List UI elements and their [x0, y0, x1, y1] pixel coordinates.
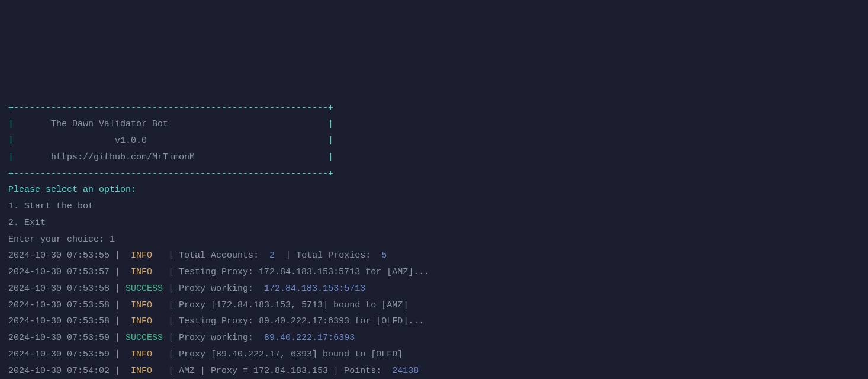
- pipe-icon: |: [163, 366, 179, 376]
- banner-border-left: |: [8, 136, 115, 146]
- pipe-icon: |: [163, 316, 179, 326]
- pipe-icon: |: [110, 349, 126, 359]
- pipe-icon: |: [163, 349, 179, 359]
- log-level: INFO: [126, 316, 163, 326]
- banner-border-right: |: [147, 136, 333, 146]
- pipe-icon: |: [163, 250, 179, 261]
- log-line: 2024-10-30 07:53:59 | INFO | Proxy [89.4…: [8, 346, 868, 363]
- pipe-icon: |: [110, 284, 126, 294]
- log-line: 2024-10-30 07:53:55 | INFO | Total Accou…: [8, 248, 868, 264]
- log-timestamp: 2024-10-30 07:53:58: [8, 284, 110, 294]
- log-level: SUCCESS: [126, 284, 163, 294]
- pipe-icon: |: [110, 333, 126, 343]
- log-level: INFO: [126, 267, 163, 277]
- log-level: INFO: [126, 300, 163, 310]
- menu-option-exit[interactable]: 2. Exit: [8, 218, 46, 228]
- log-message-segment: 24138: [392, 366, 419, 376]
- pipe-icon: |: [163, 300, 179, 310]
- log-message-segment: 5: [381, 250, 387, 261]
- log-line: 2024-10-30 07:53:59 | SUCCESS | Proxy wo…: [8, 330, 868, 346]
- log-message-segment: Proxy working:: [179, 333, 264, 343]
- log-line: 2024-10-30 07:54:02 | INFO | AMZ | Proxy…: [8, 363, 868, 380]
- log-message-segment: Proxy [89.40.222.17, 6393] bound to [OLF…: [179, 349, 403, 359]
- pipe-icon: |: [163, 267, 179, 277]
- log-level: INFO: [126, 366, 163, 376]
- menu-prompt: Please select an option:: [8, 185, 136, 195]
- log-message-segment: Testing Proxy: 172.84.183.153:5713 for […: [179, 267, 429, 277]
- banner-border-left: |: [8, 152, 51, 162]
- log-timestamp: 2024-10-30 07:53:59: [8, 333, 110, 343]
- pipe-icon: |: [110, 366, 126, 376]
- log-message-segment: 172.84.183.153:5713: [264, 284, 365, 294]
- log-message-segment: | Total Proxies:: [275, 250, 381, 261]
- log-timestamp: 2024-10-30 07:53:59: [8, 349, 110, 359]
- log-line: 2024-10-30 07:53:58 | SUCCESS | Proxy wo…: [8, 281, 868, 297]
- log-level: INFO: [126, 349, 163, 359]
- pipe-icon: |: [110, 300, 126, 310]
- log-timestamp: 2024-10-30 07:53:57: [8, 267, 110, 277]
- log-message-segment: Proxy [172.84.183.153, 5713] bound to [A…: [179, 300, 408, 310]
- pipe-icon: |: [110, 250, 126, 261]
- log-message-segment: Total Accounts:: [179, 250, 269, 261]
- pipe-icon: |: [163, 333, 179, 343]
- choice-input[interactable]: 1: [110, 235, 115, 245]
- log-message-segment: Testing Proxy: 89.40.222.17:6393 for [OL…: [179, 316, 424, 326]
- banner-version: v1.0.0: [115, 136, 147, 146]
- banner-border-right: |: [168, 119, 333, 129]
- banner-border-left: |: [8, 119, 51, 129]
- log-message-segment: 2: [269, 250, 275, 261]
- pipe-icon: |: [110, 267, 126, 277]
- log-timestamp: 2024-10-30 07:53:55: [8, 250, 110, 261]
- banner-border-right: |: [195, 152, 333, 162]
- log-message-segment: 89.40.222.17:6393: [264, 333, 355, 343]
- banner-border-bottom: +---------------------------------------…: [8, 169, 333, 179]
- log-output: 2024-10-30 07:53:55 | INFO | Total Accou…: [8, 248, 868, 379]
- log-level: SUCCESS: [126, 333, 163, 343]
- terminal-output[interactable]: +---------------------------------------…: [0, 82, 868, 379]
- log-level: INFO: [126, 250, 163, 261]
- pipe-icon: |: [163, 284, 179, 294]
- log-message-segment: AMZ | Proxy = 172.84.183.153 | Points:: [179, 366, 392, 376]
- choice-prompt: Enter your choice:: [8, 235, 110, 245]
- menu-option-start[interactable]: 1. Start the bot: [8, 201, 94, 211]
- log-message-segment: Proxy working:: [179, 284, 264, 294]
- log-line: 2024-10-30 07:53:58 | INFO | Proxy [172.…: [8, 297, 868, 314]
- log-line: 2024-10-30 07:53:58 | INFO | Testing Pro…: [8, 313, 868, 330]
- log-timestamp: 2024-10-30 07:54:02: [8, 366, 110, 376]
- banner-border-top: +---------------------------------------…: [8, 103, 333, 113]
- log-line: 2024-10-30 07:53:57 | INFO | Testing Pro…: [8, 264, 868, 281]
- log-timestamp: 2024-10-30 07:53:58: [8, 300, 110, 310]
- log-timestamp: 2024-10-30 07:53:58: [8, 316, 110, 326]
- banner-url: https://github.com/MrTimonM: [51, 152, 195, 162]
- pipe-icon: |: [110, 316, 126, 326]
- banner-title: The Dawn Validator Bot: [51, 119, 168, 129]
